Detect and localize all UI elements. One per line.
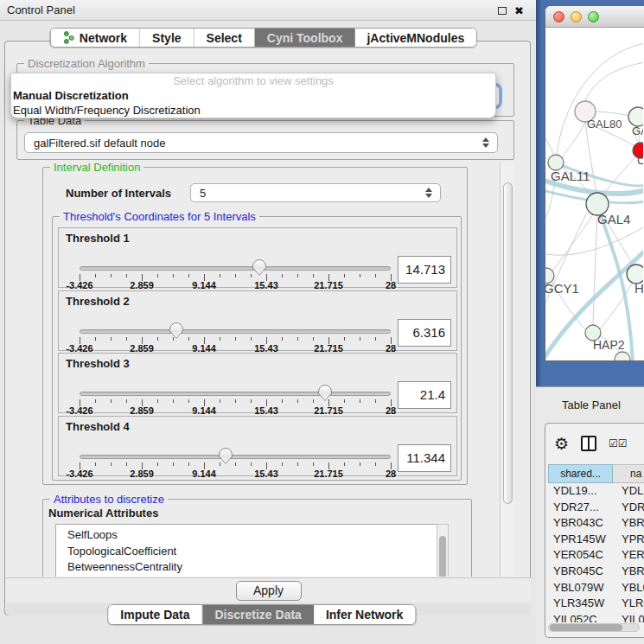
panel-scrollbar[interactable]: [500, 162, 514, 577]
cell-shared-name[interactable]: YPR145W: [548, 532, 613, 548]
threshold-1-panel: Threshold 1-3.4262.8599.14415.4321.71528…: [58, 227, 457, 288]
table-row[interactable]: YBR043CYBR0: [548, 515, 644, 532]
slider-thumb[interactable]: [318, 385, 332, 395]
tick-mark: [235, 274, 236, 277]
panel-scrollbar-thumb[interactable]: [503, 182, 513, 504]
tab-label: Network: [80, 31, 127, 45]
table-data-combo[interactable]: galFiltered.sif default node: [24, 132, 498, 153]
table-hscrollbar-thumb[interactable]: [550, 624, 622, 631]
table-hscrollbar[interactable]: [548, 623, 640, 632]
table-row[interactable]: YIL052CYIL0: [548, 612, 644, 622]
table-row[interactable]: YDR27...YDR2: [548, 500, 644, 516]
column-checkboxes-icon[interactable]: ☑☑: [609, 437, 628, 450]
tab-jactivemnodules[interactable]: jActiveMNodules: [354, 29, 476, 47]
cell-name[interactable]: YBL0: [613, 580, 644, 596]
attribute-item-betweennesscentrality[interactable]: BetweennessCentrality: [67, 559, 448, 576]
cell-shared-name[interactable]: YLR345W: [548, 596, 613, 612]
cell-shared-name[interactable]: YBL079W: [548, 580, 613, 596]
cell-shared-name[interactable]: YDR27...: [548, 500, 613, 516]
cell-name[interactable]: YLR3: [613, 596, 644, 612]
tab-discretize-data[interactable]: Discretize Data: [202, 605, 313, 624]
attribute-item-selfloops[interactable]: SelfLoops: [67, 527, 448, 544]
tick-label: 9.144: [192, 343, 216, 354]
apply-button[interactable]: Apply: [236, 581, 302, 601]
tab-infer-network[interactable]: Infer Network: [314, 605, 415, 624]
threshold-value-field[interactable]: 14.713: [398, 256, 451, 284]
minimize-traffic-light-icon[interactable]: [571, 11, 582, 22]
slider-track[interactable]: [80, 266, 391, 271]
cell-name[interactable]: YDL1: [613, 483, 644, 500]
column-header-name[interactable]: na: [613, 464, 644, 483]
threshold-value-field[interactable]: 11.344: [398, 444, 451, 472]
dropdown-option-equal-width-frequency-discretization[interactable]: Equal Width/Frequency Discretization: [11, 103, 495, 118]
algorithm-dropdown-popup: Select algorithm to view settings Manual…: [10, 73, 496, 118]
tick-mark: [220, 337, 220, 341]
cell-name[interactable]: YPR1: [613, 532, 644, 548]
cell-shared-name[interactable]: YIL052C: [548, 612, 613, 622]
table-row[interactable]: YPR145WYPR1: [548, 532, 644, 548]
control-panel: Control Panel ✖ Discretization Algorithm…: [0, 0, 536, 644]
tick-mark: [251, 274, 252, 277]
tab-cyni-toolbox[interactable]: Cyni Toolbox: [255, 29, 355, 47]
network-canvas[interactable]: GAL80GACGAL11GAL4GCY1HHAP2: [545, 28, 643, 360]
tab-network[interactable]: Network: [51, 29, 140, 47]
network-edge: [557, 43, 643, 155]
network-window-titlebar[interactable]: [545, 6, 644, 28]
slider-track[interactable]: [80, 392, 391, 396]
tick-mark: [126, 274, 127, 277]
number-of-intervals-combo[interactable]: 5: [190, 183, 441, 202]
attributes-list-scrollbar[interactable]: [437, 524, 449, 577]
table-row[interactable]: YLR345WYLR3: [548, 596, 644, 612]
tick-label: 9.144: [192, 405, 216, 416]
tick-label: 28: [386, 343, 396, 354]
cell-name[interactable]: YBR0: [613, 564, 644, 580]
cell-shared-name[interactable]: YBR045C: [548, 564, 613, 580]
dropdown-option-manual-discretization[interactable]: Manual Discretization: [11, 88, 495, 103]
cell-shared-name[interactable]: YDL19...: [548, 483, 613, 500]
slider-thumb[interactable]: [169, 322, 183, 333]
attributes-list[interactable]: SelfLoopsTopologicalCoefficientBetweenne…: [55, 524, 449, 577]
attribute-item-topologicalcoefficient[interactable]: TopologicalCoefficient: [67, 544, 448, 560]
network-node-label: GA: [632, 124, 643, 137]
table-row[interactable]: YBL079WYBL0: [548, 580, 644, 596]
network-node-label: GCY1: [545, 281, 579, 296]
threshold-label: Threshold 1: [66, 232, 130, 245]
threshold-value-field[interactable]: 6.316: [398, 319, 451, 347]
tick-mark: [360, 399, 360, 403]
table-row[interactable]: YER054CYER0: [548, 547, 644, 564]
close-icon[interactable]: ✖: [514, 5, 524, 16]
tick-mark: [235, 337, 236, 341]
slider-track[interactable]: [80, 329, 391, 334]
settings-gear-icon[interactable]: ⚙: [554, 436, 569, 452]
column-header-shared-name[interactable]: shared...: [548, 464, 613, 483]
cell-shared-name[interactable]: YBR043C: [548, 515, 613, 532]
table-row[interactable]: YBR045CYBR0: [548, 564, 644, 580]
tick-mark: [344, 274, 345, 277]
split-columns-icon[interactable]: [581, 436, 596, 451]
threshold-value-field[interactable]: 21.4: [398, 381, 451, 409]
network-node-label: C: [637, 154, 643, 167]
top-tab-bar: NetworkStyleSelectCyni ToolboxjActiveMNo…: [50, 28, 477, 48]
tick-label: -3.426: [66, 280, 92, 290]
table-row[interactable]: YDL19...YDL1: [548, 483, 644, 500]
network-node-bottom-node[interactable]: [615, 352, 630, 360]
tick-mark: [360, 462, 360, 466]
tick-label: 21.715: [314, 405, 343, 416]
tick-mark: [188, 462, 189, 466]
tick-mark: [173, 274, 174, 277]
float-window-icon[interactable]: [498, 7, 507, 15]
zoom-traffic-light-icon[interactable]: [588, 11, 599, 22]
slider-thumb[interactable]: [252, 259, 266, 270]
tab-impute-data[interactable]: Impute Data: [108, 605, 202, 624]
network-node-gal-right[interactable]: [628, 107, 643, 126]
cell-name[interactable]: YER0: [613, 547, 644, 564]
cell-name[interactable]: YBR0: [613, 515, 644, 532]
cell-name[interactable]: YIL0: [613, 612, 644, 622]
close-traffic-light-icon[interactable]: [553, 11, 564, 22]
slider-thumb[interactable]: [219, 448, 233, 458]
tab-select[interactable]: Select: [194, 29, 255, 47]
cell-name[interactable]: YDR2: [613, 500, 644, 516]
cell-shared-name[interactable]: YER054C: [548, 547, 613, 564]
slider-track[interactable]: [80, 455, 391, 459]
tab-style[interactable]: Style: [140, 29, 194, 47]
